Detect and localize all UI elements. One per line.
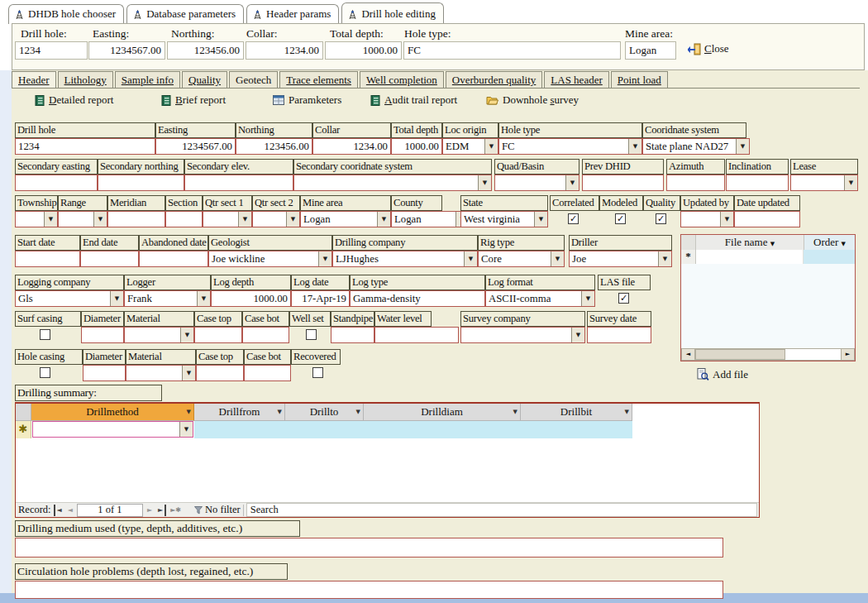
audit-trail-report-button[interactable]: Audit trail report <box>370 93 457 107</box>
checkbox-well-set[interactable] <box>306 329 317 340</box>
field-input-secondary-elev[interactable] <box>184 175 293 191</box>
dropdown-arrow-icon[interactable]: ▼ <box>565 175 579 190</box>
dropdown-arrow-icon[interactable]: ▼ <box>44 212 57 227</box>
first-record-icon[interactable]: ◄ <box>54 505 64 516</box>
dropdown-arrow-icon[interactable]: ▼ <box>534 212 547 227</box>
field-input-meridian[interactable] <box>107 211 165 227</box>
field-input-standpipe[interactable] <box>331 327 374 343</box>
field-input-easting[interactable]: 1234567.00 <box>155 138 236 155</box>
column-header-drillbit[interactable]: Drillbit▼ <box>521 404 632 421</box>
dropdown-arrow-icon[interactable]: ▼ <box>720 212 733 227</box>
easting-summary-value[interactable]: 1234567.00 <box>88 41 165 60</box>
scroll-right-icon[interactable]: ► <box>841 348 855 361</box>
tab-well-completion[interactable]: Well completion <box>360 71 444 88</box>
dropdown-arrow-icon[interactable]: ▼ <box>478 175 491 190</box>
dropdown-arrow-icon[interactable]: ▼ <box>238 212 251 227</box>
new-record-row[interactable] <box>194 421 632 438</box>
field-input-total-depth[interactable]: 1000.00 <box>391 138 442 155</box>
dropdown-arrow-icon[interactable]: ▼ <box>179 422 193 437</box>
file-list-horizontal-scrollbar[interactable]: ◄ ► <box>681 348 855 361</box>
field-input-azimuth[interactable] <box>666 175 725 191</box>
file-name-new-cell[interactable] <box>696 250 804 264</box>
field-input-section[interactable] <box>165 211 203 227</box>
checkbox-recovered[interactable] <box>312 367 323 378</box>
checkbox-quality[interactable] <box>656 213 666 224</box>
hole-type-summary-value[interactable]: FC <box>403 41 621 60</box>
field-input-water-level[interactable] <box>374 327 459 343</box>
column-header-drillfrom[interactable]: Drillfrom▼ <box>194 404 285 421</box>
dropdown-arrow-icon[interactable]: ▼ <box>625 404 632 420</box>
filter-status[interactable]: No filter <box>205 504 241 516</box>
field-combo-rig-type[interactable]: Core▼ <box>478 251 565 267</box>
field-combo-county[interactable]: Logan▼ <box>391 211 470 227</box>
dropdown-arrow-icon[interactable]: ▼ <box>484 139 498 154</box>
parameters-button[interactable]: Paramketers <box>273 93 341 107</box>
field-combo-hole-type[interactable]: FC▼ <box>498 138 642 155</box>
field-input-drill-hole[interactable]: 1234 <box>15 138 155 155</box>
field-input-log-depth[interactable]: 1000.00 <box>211 290 291 307</box>
tab-point-load[interactable]: Point load <box>611 71 668 88</box>
dropdown-arrow-icon[interactable]: ▼ <box>110 291 123 306</box>
field-combo-township[interactable]: ▼ <box>15 211 58 227</box>
column-header-drillto[interactable]: Drillto▼ <box>285 404 364 421</box>
field-input-hole-diameter[interactable] <box>83 365 126 381</box>
field-combo-loc-origin[interactable]: EDM▼ <box>442 138 498 155</box>
tab-sample-info[interactable]: Sample info <box>115 71 180 88</box>
dropdown-arrow-icon[interactable]: ▼ <box>377 212 390 227</box>
field-combo-secondary-coordinate-system[interactable]: ▼ <box>293 175 492 191</box>
field-combo-updated-by[interactable]: ▼ <box>680 211 734 227</box>
window-tab-header-params[interactable]: Header params <box>246 4 339 24</box>
field-combo-lease[interactable]: ▼ <box>790 175 858 191</box>
dropdown-arrow-icon[interactable]: ▼ <box>571 328 584 342</box>
field-combo-state[interactable]: West virginia▼ <box>460 211 548 227</box>
field-combo-survey-company[interactable]: ▼ <box>460 327 585 343</box>
record-search-input[interactable]: Search <box>246 503 757 517</box>
field-input-abandoned-date[interactable] <box>139 251 208 267</box>
last-record-icon[interactable]: ► <box>156 505 166 516</box>
file-name-column-header[interactable]: File name ▼ <box>696 235 804 251</box>
tab-geotech[interactable]: Geotech <box>229 71 278 88</box>
dropdown-arrow-icon[interactable]: ▼ <box>278 404 284 420</box>
record-position[interactable]: 1 of 1 <box>77 504 143 517</box>
field-combo-geologist[interactable]: Joe wickline▼ <box>208 251 332 267</box>
dropdown-arrow-icon[interactable]: ▼ <box>842 241 846 247</box>
tab-trace-elements[interactable]: Trace elements <box>279 71 358 88</box>
field-combo-surf-material[interactable]: ▼ <box>124 327 194 343</box>
field-combo-qtr-sect-2[interactable]: ▼ <box>252 211 300 227</box>
field-input-inclination[interactable] <box>726 175 789 191</box>
field-combo-driller[interactable]: Joe▼ <box>569 251 672 267</box>
circulation-problems-input[interactable] <box>15 581 723 599</box>
field-input-log-date[interactable]: 17-Apr-19 <box>291 290 350 307</box>
field-combo-log-format[interactable]: ASCII-comma▼ <box>485 290 595 307</box>
field-input-secondary-northing[interactable] <box>98 175 184 191</box>
drillmethod-new-combo[interactable]: ▼ <box>32 421 193 438</box>
field-input-date-updated[interactable] <box>734 211 800 227</box>
order-column-header[interactable]: Order ▼ <box>804 235 855 251</box>
field-input-surf-case-bot[interactable] <box>242 327 289 343</box>
detailed-report-button[interactable]: Detailed report <box>35 93 113 107</box>
dropdown-arrow-icon[interactable]: ▼ <box>318 251 331 266</box>
field-input-start-date[interactable] <box>15 251 80 267</box>
add-file-button[interactable]: Add file <box>697 367 748 382</box>
field-combo-drilling-company[interactable]: LJHughes▼ <box>332 251 478 267</box>
drill-hole-summary-value[interactable]: 1234 <box>15 41 88 60</box>
checkbox-modeled[interactable] <box>615 213 626 224</box>
scrollbar-thumb[interactable] <box>695 349 785 360</box>
field-combo-range[interactable]: ▼ <box>58 211 107 227</box>
checkbox-surf-casing[interactable] <box>40 329 50 340</box>
dropdown-arrow-icon[interactable]: ▼ <box>180 328 193 342</box>
field-input-end-date[interactable] <box>80 251 139 267</box>
dropdown-arrow-icon[interactable]: ▼ <box>551 251 564 266</box>
northing-summary-value[interactable]: 123456.00 <box>167 41 244 60</box>
scrollbar-track[interactable] <box>695 348 841 361</box>
checkbox-hole-casing[interactable] <box>40 367 50 378</box>
tab-las-header[interactable]: LAS header <box>544 71 608 88</box>
dropdown-arrow-icon[interactable]: ▼ <box>197 291 210 306</box>
field-combo-coordinate-system[interactable]: State plane NAD27▼ <box>642 138 750 155</box>
previous-record-icon[interactable]: ◄ <box>66 505 74 516</box>
field-input-secondary-easting[interactable] <box>15 175 98 191</box>
field-input-hole-case-top[interactable] <box>196 365 244 381</box>
field-input-survey-date[interactable] <box>587 327 651 343</box>
scroll-left-icon[interactable]: ◄ <box>681 348 695 361</box>
field-combo-quad-basin[interactable]: ▼ <box>494 175 579 191</box>
